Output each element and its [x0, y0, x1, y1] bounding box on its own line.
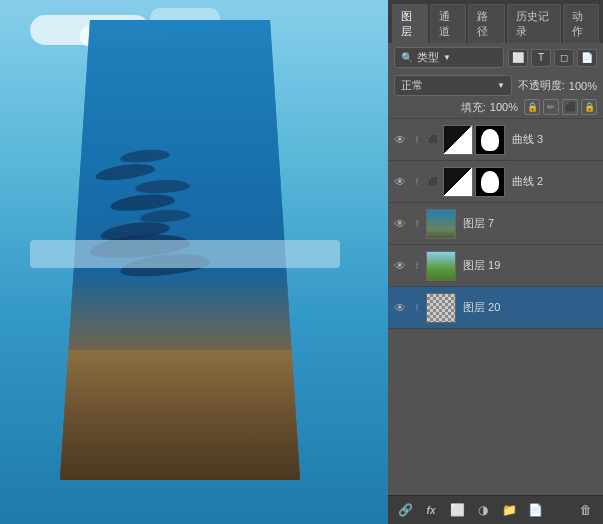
layer-name-curves2: 曲线 2	[512, 174, 599, 189]
filter-smart-btn[interactable]: 📄	[577, 49, 597, 67]
filter-shape-btn[interactable]: ◻	[554, 49, 574, 67]
fill-value[interactable]: 100%	[490, 101, 518, 113]
tabs-row: 图层 通道 路径 历史记录 动作	[388, 0, 603, 43]
lock-image-btn[interactable]: ✏	[543, 99, 559, 115]
eye-icon-curves2[interactable]: 👁	[392, 174, 408, 190]
opacity-value[interactable]: 100%	[569, 80, 597, 92]
mask-shape-curves2	[481, 171, 499, 193]
layer-thumb-7	[426, 209, 456, 239]
search-icon-small: 🔍	[401, 52, 413, 63]
fish-2	[94, 161, 155, 183]
link-icon-7: f	[411, 216, 423, 232]
filter-type-dropdown[interactable]: 🔍 类型 ▼	[394, 47, 504, 68]
layer-thumb-curves2	[443, 167, 473, 197]
filter-row: 🔍 类型 ▼ ⬜ T ◻ 📄	[388, 43, 603, 72]
layer-name-20: 图层 20	[463, 300, 599, 315]
tab-actions[interactable]: 动作	[563, 4, 599, 43]
mask-shape-curves3	[481, 129, 499, 151]
cup-straw	[30, 240, 340, 268]
eye-icon-curves3[interactable]: 👁	[392, 132, 408, 148]
layer-thumb-curves3	[443, 125, 473, 155]
filter-icons-group: ⬜ T ◻ 📄	[508, 49, 597, 67]
blend-chevron-icon: ▼	[497, 81, 505, 90]
layer-item-7[interactable]: 👁 f 图层 7	[388, 203, 603, 245]
opacity-label: 不透明度:	[518, 78, 565, 93]
layer-item-20[interactable]: 👁 f 图层 20	[388, 287, 603, 329]
eye-icon-19[interactable]: 👁	[392, 258, 408, 274]
layer-thumb-20	[426, 293, 456, 323]
checkerboard-pattern	[427, 294, 455, 322]
layer-mask-curves2	[475, 167, 505, 197]
tab-layers[interactable]: 图层	[392, 4, 428, 43]
tab-paths[interactable]: 路径	[468, 4, 504, 43]
filter-text-btn[interactable]: T	[531, 49, 551, 67]
cup-container	[60, 20, 300, 480]
layer-item-curves2[interactable]: 👁 f ⬛ 曲线 2	[388, 161, 603, 203]
panel-body: 🔍 类型 ▼ ⬜ T ◻ 📄 正常 ▼ 不透明度: 100%	[388, 43, 603, 524]
blend-mode-value: 正常	[401, 78, 423, 93]
eye-icon-7[interactable]: 👁	[392, 216, 408, 232]
layer-item-curves3[interactable]: 👁 f ⬛ 曲线 3	[388, 119, 603, 161]
opacity-control: 不透明度: 100%	[518, 78, 597, 93]
fill-row: 填充: 100% 🔒 ✏ ⬛ 🔒	[388, 99, 603, 118]
link-layers-button[interactable]: 🔗	[394, 500, 416, 520]
bottom-toolbar: 🔗 fx ⬜ ◑ 📁 📄 🗑	[388, 495, 603, 524]
panels-area: 图层 通道 路径 历史记录 动作 🔍 类型 ▼ ⬜ T ◻ 📄 正常 ▼	[388, 0, 603, 524]
thumb-wrapper-curves2	[443, 167, 505, 197]
layer-mask-curves3	[475, 125, 505, 155]
blend-mode-dropdown[interactable]: 正常 ▼	[394, 75, 512, 96]
add-mask-button[interactable]: ⬜	[446, 500, 468, 520]
filter-chevron-icon: ▼	[443, 53, 451, 62]
filter-pixel-btn[interactable]: ⬜	[508, 49, 528, 67]
thumb-wrapper-20	[426, 293, 456, 323]
effects-button[interactable]: fx	[420, 500, 442, 520]
fill-label: 填充:	[461, 100, 486, 115]
thumb-wrapper-19	[426, 251, 456, 281]
filter-type-label: 类型	[417, 50, 439, 65]
layer-item-19[interactable]: 👁 f 图层 19	[388, 245, 603, 287]
layer-thumb-19	[426, 251, 456, 281]
blend-opacity-row: 正常 ▼ 不透明度: 100%	[388, 72, 603, 99]
fish-1	[120, 148, 171, 164]
lock-all-btn[interactable]: 🔒	[581, 99, 597, 115]
link-icon-19: f	[411, 258, 423, 274]
add-group-button[interactable]: 📁	[498, 500, 520, 520]
canvas-area	[0, 0, 390, 524]
eye-icon-20[interactable]: 👁	[392, 300, 408, 316]
link-icon-20: f	[411, 300, 423, 316]
new-layer-button[interactable]: 📄	[524, 500, 546, 520]
delete-layer-button[interactable]: 🗑	[575, 500, 597, 520]
add-adjustment-button[interactable]: ◑	[472, 500, 494, 520]
layers-list[interactable]: 👁 f ⬛ 曲线 3 👁 f ⬛	[388, 119, 603, 495]
link-icon-curves2: f	[411, 174, 423, 190]
link-icon-curves3: f	[411, 132, 423, 148]
lock-position-btn[interactable]: ⬛	[562, 99, 578, 115]
lock-transparency-btn[interactable]: 🔒	[524, 99, 540, 115]
props-icon-curves2: ⬛	[426, 174, 440, 190]
fish-3	[135, 179, 191, 195]
thumb-wrapper-7	[426, 209, 456, 239]
tab-channels[interactable]: 通道	[430, 4, 466, 43]
underwater-ground	[60, 350, 300, 480]
thumb-wrapper-curves3	[443, 125, 505, 155]
layer-name-19: 图层 19	[463, 258, 599, 273]
layer-name-7: 图层 7	[463, 216, 599, 231]
layer-name-curves3: 曲线 3	[512, 132, 599, 147]
props-icon-curves3: ⬛	[426, 132, 440, 148]
tab-history[interactable]: 历史记录	[507, 4, 561, 43]
